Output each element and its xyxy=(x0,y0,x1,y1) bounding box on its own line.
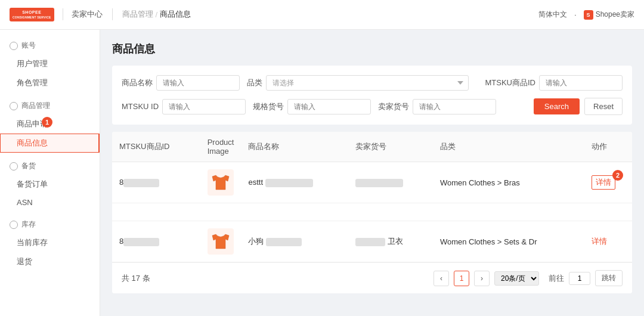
col-mtsku-id: MTSKU商品ID xyxy=(112,132,200,162)
sidebar-item-asn[interactable]: ASN xyxy=(0,194,100,211)
account-label: 账号 xyxy=(21,41,36,51)
go-page-input[interactable] xyxy=(569,272,590,285)
col-category: 品类 xyxy=(433,132,584,162)
breadcrumb-parent[interactable]: 商品管理 xyxy=(122,9,153,20)
filter-actions: Search Reset xyxy=(534,98,623,115)
pagination: 共 17 条 ‹ 1 › 20条/页 前往 跳转 xyxy=(112,262,632,293)
table-row: 8 esttt xyxy=(112,162,632,203)
sidebar-section-account-title: 账号 xyxy=(0,37,100,54)
inventory-icon xyxy=(10,221,18,229)
lang-label[interactable]: 简体中文 xyxy=(538,10,567,20)
filter-input-spec[interactable] xyxy=(287,99,371,114)
header-divider2 xyxy=(112,8,113,20)
shopee-seller-label: Shopee卖家 xyxy=(596,10,634,20)
account-icon xyxy=(10,42,18,50)
filter-label-name: 商品名称 xyxy=(122,78,153,88)
inventory-label: 库存 xyxy=(21,219,36,230)
table-header-row: MTSKU商品ID Product Image 商品名称 卖家货号 品类 动作 xyxy=(112,132,632,162)
breadcrumb-current: 商品信息 xyxy=(160,9,191,20)
sidebar-item-returns[interactable]: 退货 xyxy=(0,252,100,271)
table-row-2: 8 小狗 xyxy=(112,221,632,262)
sidebar-item-role-mgmt[interactable]: 角色管理 xyxy=(0,73,100,92)
product-apply-wrapper: 商品申请 1 xyxy=(0,114,100,134)
breadcrumb-sep: / xyxy=(156,10,158,19)
svg-point-0 xyxy=(219,175,222,178)
product-suffix-2: 卫衣 xyxy=(388,237,403,246)
sidebar-section-inventory: 库存 当前库存 退货 xyxy=(0,216,100,271)
logo-box: SHOPEE CONSIGNMENT SERVICE xyxy=(10,8,54,21)
sidebar-item-product-info[interactable]: 商品信息 xyxy=(0,134,100,153)
sidebar-item-current-stock[interactable]: 当前库存 xyxy=(0,233,100,252)
shopee-icon: S xyxy=(584,10,593,20)
detail-link-1[interactable]: 详情 xyxy=(596,178,611,187)
cell-category-2: Women Clothes > Sets & Dr xyxy=(433,221,584,262)
cell-action-2: 详情 xyxy=(584,221,632,262)
page-next-btn[interactable]: › xyxy=(474,271,490,286)
detail-link-2[interactable]: 详情 xyxy=(592,237,607,246)
sidebar-section-product: 商品管理 商品申请 1 商品信息 xyxy=(0,97,100,153)
per-page-select[interactable]: 20条/页 xyxy=(494,271,539,286)
product-icon xyxy=(10,102,18,110)
detail-btn-wrapper-1: 详情 2 xyxy=(592,175,615,190)
seller-center-label: 卖家中心 xyxy=(72,9,103,20)
filter-label-seller: 卖家货号 xyxy=(378,101,409,112)
product-table: MTSKU商品ID Product Image 商品名称 卖家货号 品类 动作 … xyxy=(112,132,632,262)
product-name-2: 小狗 xyxy=(248,237,264,246)
main-layout: 账号 用户管理 角色管理 商品管理 商品申请 1 商品信息 备货 备货订单 xyxy=(0,30,644,316)
filter-card: 商品名称 品类 请选择 MTSKU商品ID MTSKU ID xyxy=(112,66,632,125)
product-name-1: esttt xyxy=(248,178,263,187)
cell-category-1: Women Clothes > Bras xyxy=(433,162,584,203)
cell-image-1 xyxy=(200,162,242,203)
shirt-icon-2 xyxy=(210,231,231,252)
page-current-btn[interactable]: 1 xyxy=(454,271,469,286)
cell-seller-1 xyxy=(348,162,433,203)
cell-name-2: 小狗 xyxy=(241,221,348,262)
sidebar-item-user-mgmt[interactable]: 用户管理 xyxy=(0,54,100,73)
logo-line1: SHOPEE xyxy=(13,10,51,15)
table-body: 8 esttt xyxy=(112,162,632,262)
go-btn[interactable]: 跳转 xyxy=(595,270,623,286)
filter-select-category[interactable]: 请选择 xyxy=(266,75,469,91)
detail-badge-2: 2 xyxy=(612,170,623,181)
breadcrumb: 商品管理 / 商品信息 xyxy=(122,9,191,20)
filter-input-mtsku-id[interactable] xyxy=(539,75,623,91)
cell-image-2 xyxy=(200,221,242,262)
col-product-name: 商品名称 xyxy=(241,132,348,162)
header: SHOPEE CONSIGNMENT SERVICE 卖家中心 商品管理 / 商… xyxy=(0,0,644,30)
pagination-controls: ‹ 1 › 20条/页 前往 跳转 xyxy=(434,270,623,286)
filter-input-seller[interactable] xyxy=(413,99,496,114)
filter-label-spec: 规格货号 xyxy=(253,101,284,112)
product-image-1 xyxy=(208,169,234,196)
reset-button[interactable]: Reset xyxy=(584,98,623,115)
page-title: 商品信息 xyxy=(112,42,632,56)
search-button[interactable]: Search xyxy=(534,98,580,114)
cell-mtsku-id-1: 8 xyxy=(112,162,200,203)
sidebar-badge-1: 1 xyxy=(42,117,52,128)
filter-input-name[interactable] xyxy=(156,75,240,91)
header-left: SHOPEE CONSIGNMENT SERVICE 卖家中心 商品管理 / 商… xyxy=(10,8,191,21)
table-card: MTSKU商品ID Product Image 商品名称 卖家货号 品类 动作 … xyxy=(112,132,632,293)
filter-item-mtsku: MTSKU ID xyxy=(122,99,246,114)
shopee-logo: S Shopee卖家 xyxy=(584,10,634,20)
sidebar-section-account: 账号 用户管理 角色管理 xyxy=(0,37,100,92)
sidebar-section-stock-title: 备货 xyxy=(0,157,100,175)
filter-row-1: 商品名称 品类 请选择 MTSKU商品ID xyxy=(122,75,623,91)
header-right: 简体中文 · S Shopee卖家 xyxy=(538,10,634,20)
sidebar-section-inventory-title: 库存 xyxy=(0,216,100,233)
filter-item-mtsku-id: MTSKU商品ID xyxy=(485,75,623,91)
content-area: 商品信息 商品名称 品类 请选择 MTSKU商品ID xyxy=(100,30,644,316)
cell-action-1: 详情 2 xyxy=(584,162,632,203)
page-prev-btn[interactable]: ‹ xyxy=(434,271,449,286)
product-image-2 xyxy=(208,228,234,255)
sidebar-section-product-title: 商品管理 xyxy=(0,97,100,114)
sidebar: 账号 用户管理 角色管理 商品管理 商品申请 1 商品信息 备货 备货订单 xyxy=(0,30,100,316)
filter-item-category: 品类 请选择 xyxy=(247,75,469,91)
blurred-seller-1 xyxy=(355,179,403,187)
blurred-seller-2 xyxy=(355,238,385,246)
header-divider xyxy=(63,8,63,20)
pagination-total: 共 17 条 xyxy=(122,273,150,284)
filter-input-mtsku[interactable] xyxy=(162,99,246,114)
sidebar-item-stock-order[interactable]: 备货订单 xyxy=(0,175,100,194)
blurred-mtsku-1: 8 xyxy=(119,178,159,187)
filter-label-category: 品类 xyxy=(247,78,262,88)
